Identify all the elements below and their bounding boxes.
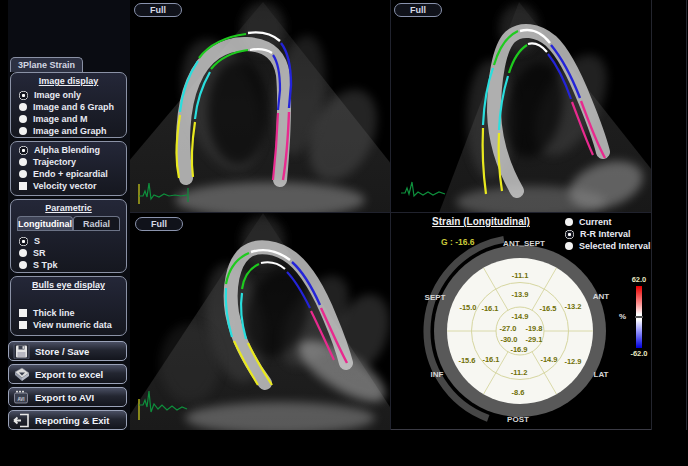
ultrasound-image-4ch — [130, 0, 390, 213]
checkbox-icon — [19, 321, 27, 329]
radio-label: Trajectory — [33, 157, 76, 167]
strain-value-mid-top: -13.9 — [511, 290, 528, 299]
checkbox-icon — [19, 182, 27, 190]
radio-image-and-graph[interactable]: Image and Graph — [15, 125, 122, 137]
radio-sr[interactable]: SR — [15, 247, 122, 259]
bullseye-title: Strain (Longitudinal) — [415, 216, 547, 227]
strain-value-apical-upper_right: -19.8 — [525, 324, 542, 333]
radio-alpha-blending[interactable]: Alpha Blending — [15, 144, 122, 156]
radio-icon — [19, 91, 28, 100]
region-label-lat: LAT — [594, 370, 609, 379]
region-label-sept: SEPT — [425, 293, 446, 302]
strain-value-basal-upper_right: -13.2 — [564, 302, 581, 311]
store-save-button[interactable]: Store / Save — [8, 341, 127, 361]
radio-label: Alpha Blending — [34, 145, 100, 155]
reporting-exit-button[interactable]: Reporting & Exit — [8, 410, 127, 430]
radio-current[interactable]: Current — [561, 216, 651, 228]
strain-value-mid-upper_right: -16.5 — [539, 304, 556, 313]
exit-arrow-icon — [13, 413, 31, 428]
radio-label: S — [34, 236, 40, 246]
strain-value-mid-lower_right: -14.9 — [540, 355, 557, 364]
parametric-group: Parametric Longitudinal Radial S SR S Tp… — [10, 199, 127, 273]
sidebar-tab-3plane-strain[interactable]: 3Plane Strain — [10, 57, 83, 72]
strain-value-mid-bottom: -11.2 — [511, 368, 528, 377]
colorbar-zero-tick — [635, 316, 643, 318]
radio-icon — [565, 218, 573, 226]
right-edge-divider — [651, 0, 652, 430]
echo-viewport-lax: Full — [130, 213, 390, 430]
radio-icon — [19, 261, 27, 269]
region-label-ant: ANT — [593, 292, 609, 301]
region-label-ant-sept: ANT_SEPT — [503, 239, 545, 248]
full-button-lax[interactable]: Full — [135, 217, 183, 231]
horizontal-divider — [130, 212, 651, 213]
radio-icon — [19, 103, 27, 111]
checkbox-label: Velocity vector — [33, 181, 97, 191]
global-strain-value: G : -16.6 — [441, 237, 475, 247]
radio-icon — [19, 146, 28, 155]
checkbox-label: Thick line — [33, 308, 75, 318]
button-label: Store / Save — [35, 346, 89, 357]
ecg-trace — [401, 182, 445, 196]
parametric-tabs: Longitudinal Radial — [17, 216, 120, 231]
strain-value-apical-top: -14.9 — [511, 312, 528, 321]
strain-value-mid-lower_left: -16.1 — [482, 355, 499, 364]
strain-value-mid-upper_left: -16.1 — [481, 304, 498, 313]
app-screen: 3Plane Strain Image display Image only I… — [0, 0, 688, 466]
radio-endo-epicardial[interactable]: Endo + epicardial — [15, 168, 122, 180]
checkbox-velocity-vector[interactable]: Velocity vector — [15, 180, 122, 192]
export-to-excel-button[interactable]: Export to excel — [8, 364, 127, 384]
window-edge-line — [686, 0, 687, 430]
overlay-options-group: Alpha Blending Trajectory Endo + epicard… — [10, 141, 127, 196]
radio-label: S Tpk — [33, 260, 58, 270]
tab-radial[interactable]: Radial — [73, 216, 120, 230]
radio-image-only[interactable]: Image only — [15, 89, 122, 101]
checkbox-icon — [19, 309, 27, 317]
export-to-avi-button[interactable]: AVI Export to AVI — [8, 387, 127, 407]
checkbox-view-numeric-data[interactable]: View numeric data — [15, 319, 122, 331]
tab-longitudinal[interactable]: Longitudinal — [17, 216, 73, 230]
checkbox-thick-line[interactable]: Thick line — [15, 307, 122, 319]
strain-value-basal-lower_right: -12.9 — [564, 357, 581, 366]
colorbar-max: 62.0 — [625, 275, 653, 284]
radio-label: Image only — [34, 90, 81, 100]
interval-options: Current R-R Interval Selected Interval — [561, 216, 651, 252]
region-label-inf: INF — [431, 370, 444, 379]
radio-trajectory[interactable]: Trajectory — [15, 156, 122, 168]
image-display-group: Image display Image only Image and 6 Gra… — [10, 72, 127, 138]
strain-value-apical-bottom: -16.9 — [510, 345, 527, 354]
radio-rr-interval[interactable]: R-R Interval — [561, 228, 651, 240]
button-label: Reporting & Exit — [35, 415, 109, 426]
strain-value-basal-bottom: -8.6 — [512, 388, 525, 397]
colorbar-unit: % — [619, 312, 626, 321]
button-label: Export to AVI — [35, 392, 94, 403]
full-button-2ch[interactable]: Full — [394, 3, 442, 17]
radio-image-and-m[interactable]: Image and M — [15, 113, 122, 125]
radio-icon — [565, 230, 574, 239]
ultrasound-image-2ch — [391, 0, 651, 213]
full-button-4ch[interactable]: Full — [134, 3, 182, 17]
radio-label: Image and M — [33, 114, 88, 124]
sidebar: 3Plane Strain Image display Image only I… — [8, 0, 132, 430]
bulls-eye-display-group: Bulls eye display Thick line View numeri… — [10, 276, 127, 336]
radio-s-tpk[interactable]: S Tpk — [15, 259, 122, 271]
radio-label: R-R Interval — [580, 229, 631, 239]
bulls-eye-display-title: Bulls eye display — [15, 280, 122, 290]
film-icon: AVI — [13, 390, 31, 405]
region-label-post: POST — [507, 415, 529, 424]
radio-icon — [19, 115, 27, 123]
radio-selected-interval[interactable]: Selected Interval — [561, 240, 651, 252]
radio-icon — [19, 170, 27, 178]
radio-label: SR — [33, 248, 46, 258]
radio-image-and-6-graph[interactable]: Image and 6 Graph — [15, 101, 122, 113]
strain-value-apical-lower_left: -30.0 — [500, 335, 517, 344]
strain-value-apical-lower_right: -29.1 — [525, 335, 542, 344]
radio-s[interactable]: S — [15, 235, 122, 247]
echo-viewport-4ch: Full — [130, 0, 390, 213]
radio-icon — [19, 249, 27, 257]
floppy-disk-icon — [13, 344, 31, 359]
checkbox-label: View numeric data — [33, 320, 112, 330]
strain-value-basal-upper_left: -15.0 — [459, 303, 476, 312]
bullseye-panel: Strain (Longitudinal) G : -16.6 Current … — [391, 213, 651, 430]
ultrasound-image-lax — [130, 213, 390, 430]
